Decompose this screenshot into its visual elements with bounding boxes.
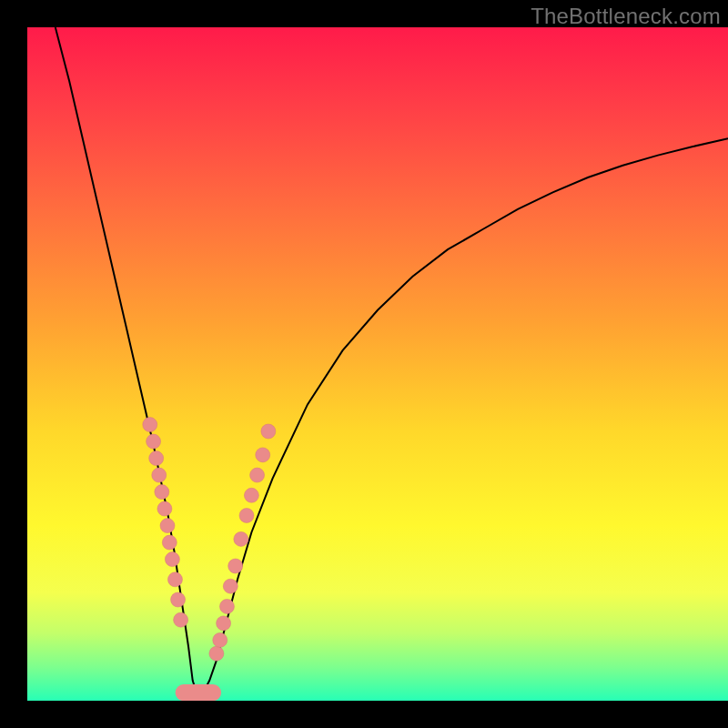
- data-marker: [167, 572, 182, 587]
- markers-right: [209, 424, 276, 661]
- data-marker: [160, 519, 175, 533]
- bottleneck-curve-path: [56, 27, 728, 694]
- data-marker: [149, 451, 164, 466]
- data-marker: [244, 488, 258, 502]
- data-marker: [162, 535, 177, 550]
- data-marker: [155, 485, 169, 500]
- data-marker: [250, 468, 265, 482]
- curve-line: [56, 27, 728, 694]
- data-marker: [261, 424, 276, 439]
- chart-frame: TheBottleneck.com: [0, 0, 728, 728]
- data-marker: [256, 448, 270, 462]
- data-marker: [157, 501, 172, 516]
- chart-svg: [27, 27, 728, 701]
- markers-left: [143, 418, 188, 628]
- plot-area: [27, 27, 728, 701]
- data-marker: [165, 552, 179, 567]
- data-marker: [223, 579, 238, 593]
- data-marker: [228, 559, 243, 573]
- data-marker: [209, 646, 224, 661]
- data-marker: [234, 531, 248, 546]
- data-marker: [171, 592, 186, 607]
- data-marker: [217, 616, 231, 631]
- data-marker: [147, 434, 161, 449]
- watermark-text: TheBottleneck.com: [531, 4, 721, 29]
- data-marker: [239, 509, 254, 523]
- data-marker: [152, 468, 167, 482]
- data-marker: [174, 612, 188, 627]
- data-marker: [219, 599, 234, 613]
- data-marker: [143, 418, 157, 432]
- data-marker: [213, 632, 228, 647]
